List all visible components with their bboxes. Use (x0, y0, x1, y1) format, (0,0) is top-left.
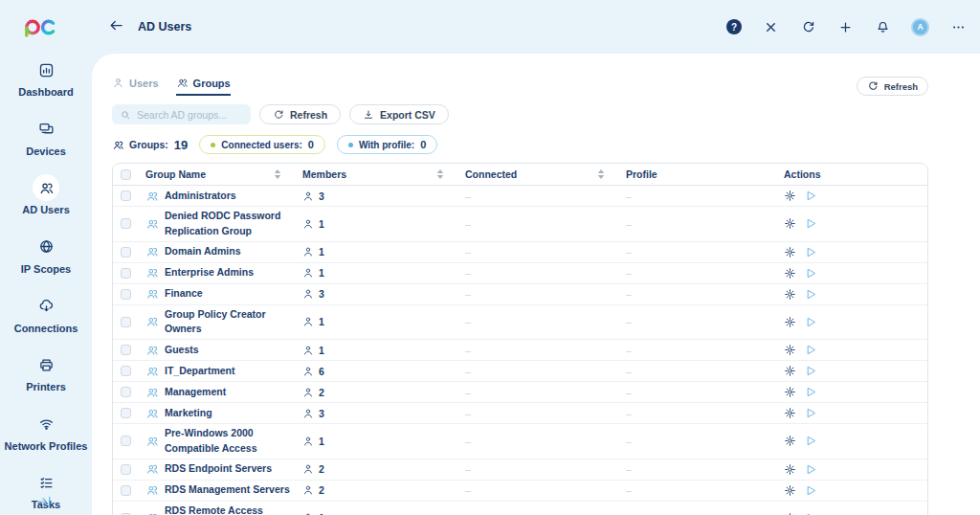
row-checkbox[interactable] (121, 268, 131, 279)
sort-icon[interactable] (436, 169, 444, 179)
column-header-members[interactable]: Members (295, 167, 457, 182)
table-row[interactable]: Marketing3–– (113, 403, 927, 424)
send-icon[interactable] (805, 484, 817, 497)
column-header-group-name[interactable]: Group Name (138, 167, 295, 182)
group-name[interactable]: RDS Management Servers (165, 482, 290, 498)
gear-icon[interactable] (784, 316, 796, 328)
export-csv-button[interactable]: Export CSV (349, 104, 449, 124)
help-icon[interactable]: ? (726, 19, 742, 34)
tools-icon[interactable] (762, 18, 779, 35)
gear-icon[interactable] (784, 288, 796, 301)
table-row[interactable]: Guests1–– (113, 340, 927, 361)
sort-icon[interactable] (274, 169, 281, 179)
table-row[interactable]: Group Policy Creator Owners1–– (113, 305, 927, 341)
send-icon[interactable] (805, 246, 817, 258)
group-name[interactable]: Group Policy Creator Owners (165, 307, 295, 338)
send-icon[interactable] (805, 316, 817, 328)
table-row[interactable]: Finance3–– (113, 284, 927, 305)
gear-icon[interactable] (784, 463, 796, 476)
group-name[interactable]: Finance (165, 286, 203, 302)
group-name[interactable]: Denied RODC Password Replication Group (165, 209, 295, 239)
row-checkbox[interactable] (121, 289, 131, 300)
group-name[interactable]: Administrators (165, 189, 236, 204)
select-all-checkbox[interactable] (121, 169, 131, 180)
send-icon[interactable] (805, 217, 817, 230)
table-row[interactable]: Enterprise Admins1–– (113, 263, 927, 284)
group-name[interactable]: Guests (165, 343, 199, 358)
app-logo[interactable] (21, 15, 59, 42)
gear-icon[interactable] (784, 386, 796, 398)
gear-icon[interactable] (784, 190, 796, 202)
row-checkbox[interactable] (121, 408, 131, 418)
table-row[interactable]: Management2–– (113, 382, 927, 403)
group-name[interactable]: Management (165, 385, 226, 400)
sidebar-item-ad-users[interactable]: AD Users (0, 166, 92, 225)
refresh-icon[interactable] (799, 18, 816, 35)
table-row[interactable]: Denied RODC Password Replication Group1–… (113, 207, 927, 242)
send-icon[interactable] (805, 344, 817, 356)
table-row[interactable]: RDS Management Servers2–– (113, 481, 927, 502)
refresh-button[interactable]: Refresh (259, 104, 341, 124)
search-input[interactable] (137, 109, 243, 121)
notifications-icon[interactable] (874, 18, 891, 35)
send-icon[interactable] (805, 267, 817, 280)
sidebar-item-connections[interactable]: Connections (0, 284, 92, 344)
gear-icon[interactable] (784, 267, 796, 280)
sidebar-item-network-profiles[interactable]: Network Profiles (0, 402, 92, 461)
sort-icon[interactable] (597, 169, 605, 179)
group-name[interactable]: Marketing (165, 406, 212, 421)
table-row[interactable]: Pre-Windows 2000 Compatible Access1–– (113, 424, 927, 459)
back-button[interactable] (105, 18, 126, 35)
connected-users-badge: Connected users: 0 (199, 135, 325, 154)
send-icon[interactable] (805, 190, 817, 202)
group-name[interactable]: Enterprise Admins (165, 265, 254, 280)
gear-icon[interactable] (784, 435, 796, 447)
gear-icon[interactable] (784, 344, 796, 356)
gear-icon[interactable] (784, 407, 796, 419)
group-name[interactable]: RDS Endpoint Servers (165, 461, 272, 477)
table-row[interactable]: RDS Remote Access Servers1–– (113, 502, 927, 515)
row-checkbox[interactable] (121, 218, 131, 229)
row-checkbox[interactable] (121, 247, 131, 258)
send-icon[interactable] (805, 288, 817, 301)
tab-groups[interactable]: Groups (176, 77, 231, 96)
send-icon[interactable] (805, 386, 817, 398)
row-checkbox[interactable] (121, 485, 131, 496)
table-row[interactable]: Administrators3–– (113, 186, 927, 207)
row-checkbox[interactable] (121, 345, 131, 355)
send-icon[interactable] (805, 365, 817, 377)
refresh-button-top[interactable]: Refresh (857, 77, 928, 96)
tab-users[interactable]: Users (112, 77, 159, 96)
row-checkbox[interactable] (121, 387, 131, 397)
column-header-connected[interactable]: Connected (457, 167, 618, 182)
add-icon[interactable] (836, 18, 854, 35)
row-checkbox[interactable] (121, 317, 131, 327)
group-name[interactable]: Pre-Windows 2000 Compatible Access (165, 426, 295, 457)
sidebar-item-devices[interactable]: Devices (0, 107, 92, 167)
avatar[interactable]: A (911, 18, 929, 36)
row-checkbox[interactable] (121, 436, 131, 446)
send-icon[interactable] (805, 435, 817, 447)
group-name[interactable]: RDS Remote Access Servers (165, 504, 295, 515)
table-row[interactable]: IT_Department6–– (113, 361, 927, 382)
more-icon[interactable] (949, 18, 967, 35)
send-icon[interactable] (805, 407, 817, 419)
sidebar-item-dashboard[interactable]: Dashboard (0, 48, 92, 107)
gear-icon[interactable] (784, 246, 796, 258)
gear-icon[interactable] (784, 484, 796, 497)
send-icon[interactable] (805, 463, 817, 476)
row-checkbox[interactable] (121, 464, 131, 475)
gear-icon[interactable] (784, 365, 796, 377)
group-name[interactable]: Domain Admins (165, 244, 241, 259)
sidebar-item-printers[interactable]: Printers (0, 343, 92, 402)
sidebar-collapse-icon[interactable] (34, 494, 56, 511)
group-name[interactable]: IT_Department (165, 364, 235, 379)
table-row[interactable]: Domain Admins1–– (113, 242, 927, 263)
green-dot-icon (211, 143, 215, 147)
row-checkbox[interactable] (121, 190, 131, 201)
search-box[interactable] (112, 104, 251, 124)
table-row[interactable]: RDS Endpoint Servers2–– (113, 459, 927, 481)
gear-icon[interactable] (784, 217, 796, 230)
sidebar-item-ip-scopes[interactable]: IP Scopes (0, 225, 92, 284)
row-checkbox[interactable] (121, 366, 131, 376)
